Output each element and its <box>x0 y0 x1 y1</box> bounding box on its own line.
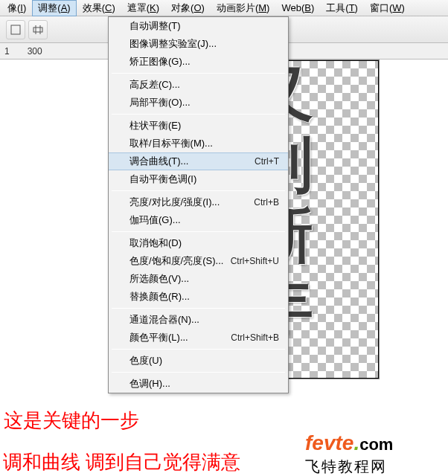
menu-separator <box>112 114 285 115</box>
menu-item-8[interactable]: 取样/目标平衡(M)... <box>109 135 288 152</box>
menu-item-7[interactable]: 柱状平衡(E) <box>109 117 288 135</box>
adjust-menu-dropdown: 自动调整(T)图像调整实验室(J)...矫正图像(G)...高反差(C)...局… <box>108 16 289 393</box>
menu-item-label: 亮度/对比度/强度(I)... <box>129 196 220 209</box>
menu-t[interactable]: 工具(T) <box>320 0 364 16</box>
menu-item-5[interactable]: 局部平衡(O)... <box>109 94 288 112</box>
menu-item-25[interactable]: 色调(H)... <box>109 375 288 393</box>
watermark-subtitle: 飞特教程网 <box>305 457 387 476</box>
menu-item-label: 颜色平衡(L)... <box>129 331 188 344</box>
menu-item-20[interactable]: 通道混合器(N)... <box>109 311 288 329</box>
menu-item-label: 取样/目标平衡(M)... <box>129 137 213 150</box>
menu-item-label: 伽玛值(G)... <box>129 213 181 227</box>
menu-item-10[interactable]: 自动平衡色调(I) <box>109 170 288 188</box>
svg-rect-0 <box>11 25 20 34</box>
menu-item-label: 局部平衡(O)... <box>129 96 191 109</box>
menu-item-label: 图像调整实验室(J)... <box>129 37 217 51</box>
menubar: 像(I)调整(A)效果(C)遮罩(K)对象(O)动画影片(M)Web(B)工具(… <box>0 0 448 16</box>
menu-item-label: 色度(U) <box>129 354 162 367</box>
menu-item-13[interactable]: 伽玛值(G)... <box>109 211 288 229</box>
menu-item-shortcut: Ctrl+T <box>255 156 279 167</box>
menu-item-label: 色调(H)... <box>129 377 170 390</box>
menu-item-label: 调合曲线(T)... <box>129 155 188 168</box>
menu-item-4[interactable]: 高反差(C)... <box>109 76 288 94</box>
menu-item-label: 自动调整(T) <box>129 19 181 33</box>
menu-item-label: 通道混合器(N)... <box>129 313 199 327</box>
menu-item-label: 矫正图像(G)... <box>129 55 191 68</box>
tool-icon-2[interactable] <box>28 20 48 39</box>
menu-separator <box>112 190 285 191</box>
annotation-curve-hint: 调和曲线 调到自己觉得满意 <box>3 449 240 475</box>
menu-item-21[interactable]: 颜色平衡(L)...Ctrl+Shift+B <box>109 329 288 347</box>
menu-item-label: 所选颜色(V)... <box>129 272 189 286</box>
menu-item-shortcut: Ctrl+Shift+B <box>231 332 279 343</box>
menu-item-1[interactable]: 图像调整实验室(J)... <box>109 35 288 53</box>
ruler-mark-300: 300 <box>28 46 42 57</box>
menu-item-18[interactable]: 替换颜色(R)... <box>109 288 288 306</box>
menu-item-label: 高反差(C)... <box>129 78 180 91</box>
menu-item-label: 色度/饱和度/亮度(S)... <box>129 254 223 268</box>
menu-item-23[interactable]: 色度(U) <box>109 352 288 370</box>
menu-separator <box>112 372 285 373</box>
menu-item-17[interactable]: 所选颜色(V)... <box>109 270 288 288</box>
watermark-logo: fevte.com <box>305 431 393 455</box>
menu-i[interactable]: 像(I) <box>1 0 32 16</box>
menu-separator <box>112 73 285 74</box>
menu-item-label: 柱状平衡(E) <box>129 119 181 132</box>
menu-o[interactable]: 对象(O) <box>165 0 211 16</box>
menu-b[interactable]: Web(B) <box>275 1 320 15</box>
svg-rect-1 <box>33 28 42 32</box>
menu-item-15[interactable]: 取消饱和(D) <box>109 234 288 252</box>
menu-item-12[interactable]: 亮度/对比度/强度(I)...Ctrl+B <box>109 193 288 211</box>
menu-separator <box>112 349 285 350</box>
menu-c[interactable]: 效果(C) <box>77 0 121 16</box>
menu-item-9[interactable]: 调合曲线(T)...Ctrl+T <box>109 152 288 170</box>
menu-a[interactable]: 调整(A) <box>32 0 76 16</box>
menu-k[interactable]: 遮罩(K) <box>121 0 165 16</box>
menu-item-label: 取消饱和(D) <box>129 237 182 250</box>
menu-item-label: 替换颜色(R)... <box>129 290 190 303</box>
menu-item-shortcut: Ctrl+Shift+U <box>231 256 279 266</box>
watermark: fevte.com 飞特教程网 <box>296 430 448 476</box>
tool-icon-1[interactable] <box>6 20 25 39</box>
menu-item-2[interactable]: 矫正图像(G)... <box>109 53 288 71</box>
annotation-step-key: 这是关键的一步 <box>4 408 139 434</box>
menu-item-label: 自动平衡色调(I) <box>129 173 196 186</box>
menu-separator <box>112 231 285 232</box>
menu-item-16[interactable]: 色度/饱和度/亮度(S)...Ctrl+Shift+U <box>109 252 288 270</box>
ruler-mark-1: 1 <box>4 46 10 57</box>
menu-w[interactable]: 窗口(W) <box>364 0 411 16</box>
menu-item-shortcut: Ctrl+B <box>254 197 279 208</box>
menu-separator <box>112 308 285 309</box>
menu-m[interactable]: 动画影片(M) <box>211 0 276 16</box>
menu-item-0[interactable]: 自动调整(T) <box>109 17 288 35</box>
